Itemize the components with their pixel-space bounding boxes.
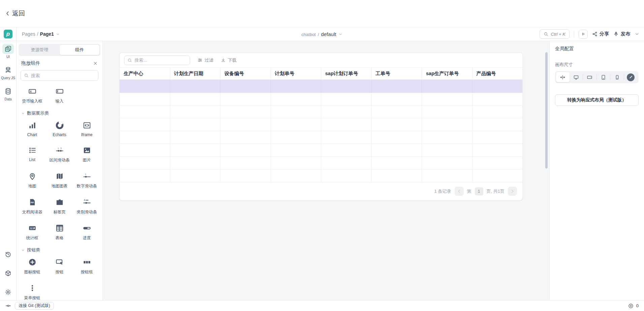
table-cell[interactable]: [321, 157, 372, 169]
table-cell[interactable]: [271, 105, 321, 118]
component-map-chart[interactable]: 地图图表: [46, 172, 73, 189]
table-cell[interactable]: [220, 80, 271, 92]
component-currency-input[interactable]: $货币输入框: [19, 87, 46, 104]
rail-item-ui[interactable]: UI: [2, 44, 14, 59]
table-cell[interactable]: [422, 144, 472, 156]
table-cell[interactable]: [120, 131, 170, 144]
download-button[interactable]: 下载: [221, 57, 237, 63]
table-cell[interactable]: [170, 105, 221, 118]
table-cell[interactable]: [372, 93, 422, 105]
table-cell[interactable]: [422, 157, 472, 169]
publish-menu-chevron-icon[interactable]: [635, 32, 639, 36]
table-cell[interactable]: [120, 169, 170, 182]
page-number-input[interactable]: 1: [475, 187, 483, 195]
table-cell[interactable]: [170, 118, 221, 131]
app-logo[interactable]: p: [4, 30, 12, 38]
global-search-button[interactable]: Ctrl + K: [540, 29, 570, 39]
canvas-size-fit-width[interactable]: [556, 72, 570, 82]
table-cell[interactable]: [472, 131, 523, 144]
table-column-header[interactable]: 计划单号: [271, 68, 321, 80]
table-cell[interactable]: [220, 131, 271, 144]
tab-components[interactable]: 组件: [60, 45, 100, 55]
table-cell[interactable]: [220, 105, 271, 118]
component-menu-button[interactable]: 菜单按钮: [19, 284, 46, 300]
component-image[interactable]: 图片: [73, 146, 100, 163]
component-progress[interactable]: 进度: [73, 224, 100, 241]
table-cell[interactable]: [372, 157, 422, 169]
component-stat[interactable]: 12统计框: [19, 224, 46, 241]
component-number-slider[interactable]: 1数字滑动条: [73, 172, 100, 189]
component-section-header[interactable]: 按钮类: [19, 243, 100, 254]
table-cell[interactable]: [422, 169, 472, 182]
canvas-scrollbar[interactable]: [545, 52, 548, 168]
component-search-input[interactable]: [31, 73, 95, 78]
table-cell[interactable]: [472, 169, 523, 182]
table-cell[interactable]: [422, 105, 472, 118]
connect-git-button[interactable]: 连接 Git (测试版): [15, 302, 54, 310]
table-cell[interactable]: [120, 105, 170, 118]
canvas-size-edit[interactable]: [624, 72, 638, 82]
table-column-header[interactable]: 工单号: [372, 68, 422, 80]
table-cell[interactable]: [472, 144, 523, 156]
app-switcher[interactable]: chatbot / default: [301, 31, 342, 37]
table-row[interactable]: [120, 80, 522, 93]
filter-button[interactable]: 过滤: [197, 57, 213, 63]
table-cell[interactable]: [372, 105, 422, 118]
component-list[interactable]: List: [19, 146, 46, 163]
rail-item-data[interactable]: Data: [2, 86, 14, 101]
table-cell[interactable]: [321, 80, 372, 92]
component-section-header[interactable]: 数据展示类: [19, 106, 100, 118]
table-cell[interactable]: [372, 131, 422, 144]
canvas-size-desktop[interactable]: [570, 72, 583, 82]
table-cell[interactable]: [271, 144, 321, 156]
table-cell[interactable]: [120, 144, 170, 156]
table-search-input[interactable]: [134, 58, 187, 63]
next-page-button[interactable]: [508, 187, 517, 196]
component-chart[interactable]: Chart: [19, 121, 46, 137]
table-row[interactable]: [120, 131, 522, 144]
table-cell[interactable]: [472, 80, 523, 92]
component-pdf[interactable]: PDF文档阅读器: [19, 198, 46, 215]
table-cell[interactable]: [120, 118, 170, 131]
table-cell[interactable]: [321, 131, 372, 144]
table-cell[interactable]: [120, 80, 170, 92]
table-cell[interactable]: [321, 118, 372, 131]
table-cell[interactable]: [472, 105, 523, 118]
share-button[interactable]: 分享: [592, 31, 609, 37]
table-cell[interactable]: [220, 118, 271, 131]
table-row[interactable]: [120, 157, 522, 169]
table-column-header[interactable]: 计划生产日期: [170, 68, 221, 80]
table-row[interactable]: [120, 144, 522, 157]
table-cell[interactable]: [120, 93, 170, 105]
table-cell[interactable]: [321, 93, 372, 105]
table-cell[interactable]: [472, 157, 523, 169]
table-cell[interactable]: [422, 93, 472, 105]
table-row[interactable]: [120, 118, 522, 131]
component-echarts[interactable]: Echarts: [46, 121, 73, 137]
publish-button[interactable]: 发布: [613, 31, 630, 37]
table-cell[interactable]: [271, 118, 321, 131]
table-cell[interactable]: [422, 118, 472, 131]
component-input[interactable]: 输入: [46, 87, 73, 104]
table-cell[interactable]: [170, 131, 221, 144]
table-cell[interactable]: [170, 80, 221, 92]
table-cell[interactable]: [271, 80, 321, 92]
table-row[interactable]: [120, 105, 522, 118]
table-column-header[interactable]: sap生产订单号: [422, 68, 472, 80]
table-cell[interactable]: [170, 157, 221, 169]
table-cell[interactable]: [170, 169, 221, 182]
component-map-pin[interactable]: 地图: [19, 172, 46, 189]
table-cell[interactable]: [271, 93, 321, 105]
canvas-size-laptop[interactable]: [583, 72, 596, 82]
component-button-group[interactable]: 按钮组: [73, 258, 100, 275]
component-table[interactable]: 表格: [46, 224, 73, 241]
table-column-header[interactable]: 产品编号: [472, 68, 523, 80]
table-cell[interactable]: [372, 118, 422, 131]
table-cell[interactable]: [321, 105, 372, 118]
component-range-slider[interactable]: 15区间滑动条: [46, 146, 73, 163]
close-icon[interactable]: [93, 61, 98, 66]
component-button[interactable]: 按钮: [46, 258, 73, 275]
table-cell[interactable]: [271, 169, 321, 182]
error-indicator[interactable]: 0: [628, 303, 639, 309]
rail-item-queryjs[interactable]: Query JS: [1, 65, 15, 80]
